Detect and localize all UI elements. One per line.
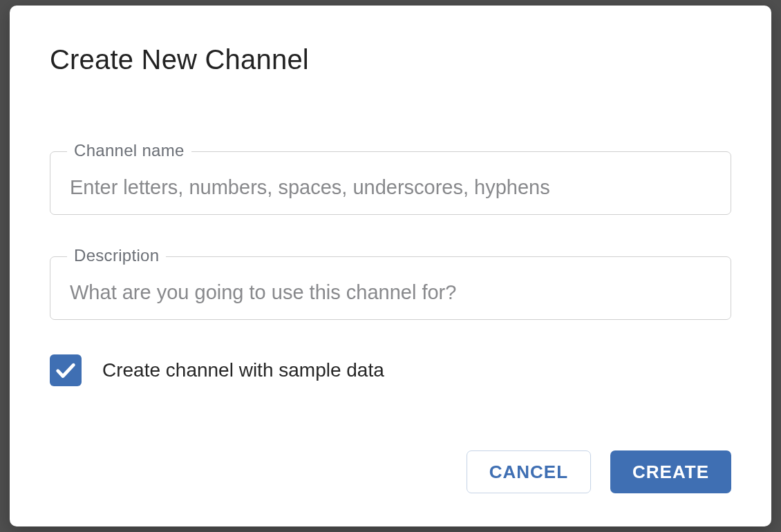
description-input[interactable] bbox=[50, 257, 731, 319]
checkmark-icon bbox=[54, 359, 77, 382]
cancel-button[interactable]: CANCEL bbox=[467, 450, 591, 493]
description-field-wrapper: Description bbox=[50, 256, 731, 320]
channel-name-label: Channel name bbox=[67, 141, 191, 160]
sample-data-checkbox-row: Create channel with sample data bbox=[50, 354, 731, 386]
sample-data-checkbox[interactable] bbox=[50, 354, 82, 386]
description-label: Description bbox=[67, 246, 166, 265]
spacer bbox=[50, 75, 731, 151]
channel-name-field-wrapper: Channel name bbox=[50, 151, 731, 215]
modal-title: Create New Channel bbox=[50, 44, 731, 75]
create-button[interactable]: CREATE bbox=[610, 450, 731, 493]
create-channel-modal: Create New Channel Channel name Descript… bbox=[10, 6, 771, 526]
channel-name-input[interactable] bbox=[50, 152, 731, 214]
sample-data-checkbox-label: Create channel with sample data bbox=[102, 359, 384, 381]
modal-actions: CANCEL CREATE bbox=[50, 450, 731, 493]
flex-spacer bbox=[50, 386, 731, 450]
